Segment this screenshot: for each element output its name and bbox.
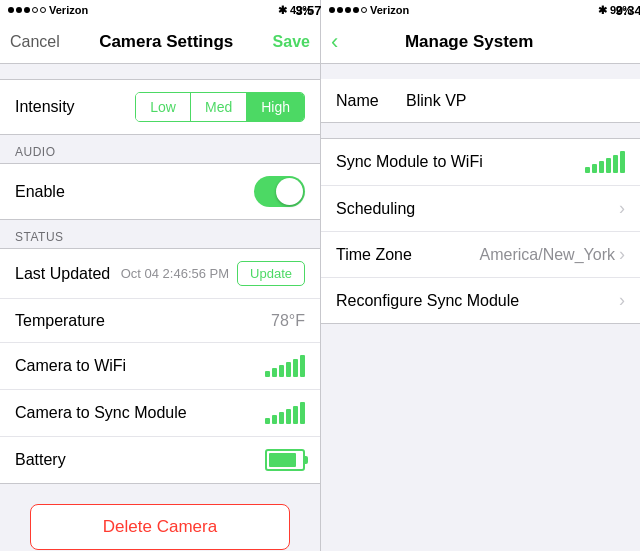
camera-sync-row: Camera to Sync Module: [0, 390, 320, 437]
left-panel: Verizon 3:57 PM ✱ 49% Cancel Camera Sett…: [0, 0, 320, 551]
bar6: [300, 355, 305, 377]
name-field-value: Blink VP: [406, 92, 466, 110]
bar2: [272, 368, 277, 377]
left-nav-bar: Cancel Camera Settings Save: [0, 20, 320, 64]
battery-icon: [265, 449, 305, 471]
bar5: [293, 359, 298, 377]
swbar2: [592, 164, 597, 173]
camera-sync-label: Camera to Sync Module: [15, 404, 187, 422]
intensity-label: Intensity: [15, 98, 75, 116]
enable-row: Enable: [0, 164, 320, 219]
manage-list: Sync Module to WiFi Scheduling › Time Zo…: [321, 138, 640, 324]
scheduling-label: Scheduling: [336, 200, 415, 218]
timezone-area: America/New_York ›: [480, 244, 625, 265]
reconfigure-row[interactable]: Reconfigure Sync Module ›: [321, 278, 640, 323]
right-time: 9:34 AM: [616, 3, 640, 18]
sync-wifi-row[interactable]: Sync Module to WiFi: [321, 139, 640, 186]
dot2: [16, 7, 22, 13]
left-nav-title: Camera Settings: [99, 32, 233, 52]
sbar5: [293, 406, 298, 424]
timezone-row[interactable]: Time Zone America/New_York ›: [321, 232, 640, 278]
camera-wifi-row: Camera to WiFi: [0, 343, 320, 390]
right-nav-title: Manage System: [405, 32, 534, 52]
sbar3: [279, 412, 284, 424]
right-signal-dots: [329, 7, 367, 13]
enable-label: Enable: [15, 183, 65, 201]
dot1: [8, 7, 14, 13]
rdot2: [337, 7, 343, 13]
right-carrier: Verizon: [370, 4, 409, 16]
right-content: Name Blink VP Sync Module to WiFi Schedu…: [321, 64, 640, 551]
sync-wifi-label: Sync Module to WiFi: [336, 153, 483, 171]
intensity-section: Intensity Low Med High: [0, 79, 320, 135]
last-updated-label: Last Updated: [15, 265, 110, 283]
bar4: [286, 362, 291, 377]
swbar5: [613, 155, 618, 173]
left-time: 3:57 PM: [295, 3, 320, 18]
enable-toggle[interactable]: [254, 176, 305, 207]
swbar4: [606, 158, 611, 173]
toggle-knob: [276, 178, 303, 205]
right-bluetooth-icon: ✱: [598, 4, 607, 17]
temperature-label: Temperature: [15, 312, 105, 330]
temperature-row: Temperature 78°F: [0, 299, 320, 343]
swbar1: [585, 167, 590, 173]
battery-row: Battery: [0, 437, 320, 483]
intensity-row: Intensity Low Med High: [0, 80, 320, 134]
intensity-buttons: Low Med High: [135, 92, 305, 122]
bar1: [265, 371, 270, 377]
right-status-bar: Verizon 9:34 AM ✱ 92%: [321, 0, 640, 20]
timezone-label: Time Zone: [336, 246, 412, 264]
bar3: [279, 365, 284, 377]
timezone-chevron-icon: ›: [619, 244, 625, 265]
last-updated-row: Last Updated Oct 04 2:46:56 PM Update: [0, 249, 320, 299]
intensity-med-button[interactable]: Med: [191, 93, 247, 121]
swbar6: [620, 151, 625, 173]
swbar3: [599, 161, 604, 173]
audio-group: Enable: [0, 163, 320, 220]
temperature-value: 78°F: [271, 312, 305, 330]
status-group: Last Updated Oct 04 2:46:56 PM Update Te…: [0, 248, 320, 484]
sbar1: [265, 418, 270, 424]
name-field-label: Name: [336, 92, 406, 110]
dot5: [40, 7, 46, 13]
left-carrier-area: Verizon: [8, 4, 88, 16]
back-button[interactable]: ‹: [331, 29, 338, 55]
timezone-value: America/New_York: [480, 246, 615, 264]
delete-section: Delete Camera: [0, 484, 320, 551]
left-signal-dots: [8, 7, 46, 13]
audio-section-header: AUDIO: [0, 135, 320, 163]
sbar2: [272, 415, 277, 424]
left-carrier: Verizon: [49, 4, 88, 16]
delete-camera-button[interactable]: Delete Camera: [30, 504, 290, 550]
right-panel: Verizon 9:34 AM ✱ 92% ‹ Manage System Na…: [320, 0, 640, 551]
intensity-low-button[interactable]: Low: [136, 93, 191, 121]
rdot3: [345, 7, 351, 13]
battery-label: Battery: [15, 451, 66, 469]
scheduling-chevron-icon: ›: [619, 198, 625, 219]
camera-wifi-label: Camera to WiFi: [15, 357, 126, 375]
camera-sync-signal: [265, 402, 305, 424]
rdot4: [353, 7, 359, 13]
reconfigure-chevron-icon: ›: [619, 290, 625, 311]
update-button[interactable]: Update: [237, 261, 305, 286]
sbar6: [300, 402, 305, 424]
right-nav-bar: ‹ Manage System: [321, 20, 640, 64]
intensity-high-button[interactable]: High: [247, 93, 304, 121]
last-updated-area: Oct 04 2:46:56 PM Update: [121, 261, 305, 286]
left-bluetooth-icon: ✱: [278, 4, 287, 17]
name-row: Name Blink VP: [321, 79, 640, 123]
rdot1: [329, 7, 335, 13]
save-button[interactable]: Save: [273, 33, 310, 51]
camera-wifi-signal: [265, 355, 305, 377]
scheduling-row[interactable]: Scheduling ›: [321, 186, 640, 232]
status-section-header: STATUS: [0, 220, 320, 248]
dot4: [32, 7, 38, 13]
cancel-button[interactable]: Cancel: [10, 33, 60, 51]
left-content: Intensity Low Med High AUDIO Enable STAT…: [0, 64, 320, 551]
dot3: [24, 7, 30, 13]
right-carrier-area: Verizon: [329, 4, 409, 16]
sync-wifi-signal: [585, 151, 625, 173]
last-updated-value: Oct 04 2:46:56 PM: [121, 266, 229, 281]
sbar4: [286, 409, 291, 424]
